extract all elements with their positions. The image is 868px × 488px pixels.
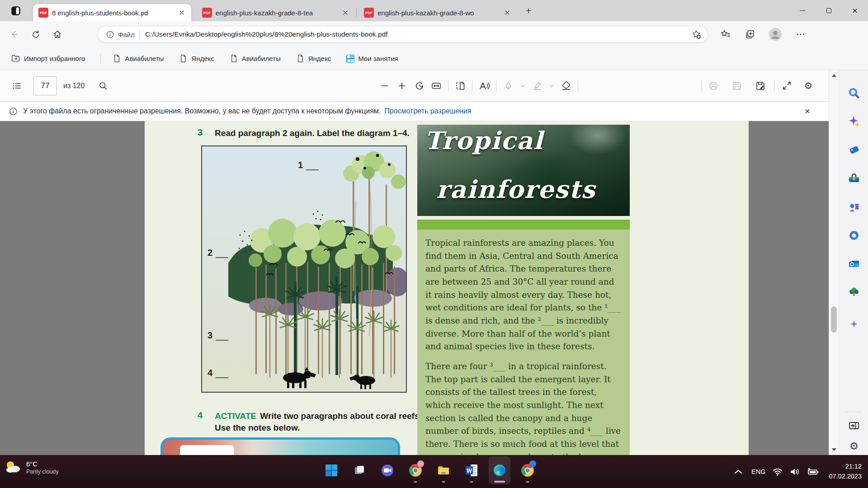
read-aloud-icon[interactable] [476, 77, 493, 94]
bookmark-aviabilety-2[interactable]: Авиабилеты [230, 54, 281, 63]
zoom-in-icon[interactable] [393, 77, 410, 94]
article-green-bar [417, 220, 630, 230]
url-bar[interactable]: Файл C:/Users/Evrika/Desktop/english%20p… [97, 26, 708, 43]
eraser-icon[interactable] [557, 77, 575, 94]
start-button[interactable] [321, 457, 342, 484]
search-document-icon[interactable] [94, 77, 112, 94]
refresh-icon[interactable] [28, 27, 43, 42]
task-view-button[interactable] [349, 457, 370, 484]
back-icon[interactable] [6, 27, 22, 42]
vertical-scrollbar[interactable] [829, 70, 839, 455]
sidebar-copilot-icon[interactable] [846, 114, 862, 129]
page-view-icon[interactable] [452, 77, 469, 94]
bookmark-aviabilety-1[interactable]: Авиабилеты [113, 54, 164, 63]
sidebar-games-icon[interactable] [846, 199, 862, 215]
new-tab-button[interactable]: + [522, 5, 535, 16]
zoom-out-icon[interactable] [376, 77, 393, 94]
sidebar-tree-icon[interactable] [846, 285, 862, 300]
warning-close-icon[interactable]: ✕ [802, 105, 813, 117]
battery-charging-icon[interactable] [807, 468, 819, 476]
save-as-icon[interactable] [752, 77, 769, 94]
info-icon[interactable] [106, 30, 114, 39]
rotate-icon[interactable] [410, 77, 428, 94]
label-blank-line[interactable] [216, 334, 228, 341]
chat-button[interactable] [377, 457, 398, 484]
tab-workbook[interactable]: PDF english-plus-kazakh-grade-8-wo [359, 4, 517, 21]
tab-teacher-book[interactable]: PDF english-plus-kazakh-grade-8-tea [197, 4, 355, 21]
url-text[interactable]: C:/Users/Evrika/Desktop/english%20plus/8… [145, 30, 691, 38]
fullscreen-icon[interactable] [778, 77, 795, 94]
file-scheme-label: Файл [118, 31, 135, 38]
label-blank-line[interactable] [216, 252, 228, 258]
bookmark-moi-zanyatiya[interactable]: Мои занятия [346, 55, 398, 63]
add-favorite-icon[interactable] [691, 29, 702, 40]
tab-title: 8 english-plus-students-book.pd [52, 9, 173, 17]
sidebar-add-icon[interactable]: + [846, 316, 862, 332]
diagram-label-1[interactable]: 1 [298, 160, 319, 170]
print-icon[interactable] [705, 77, 722, 94]
windows-taskbar: 6°C Partly cloudy [0, 455, 868, 488]
word-button[interactable]: W [461, 457, 482, 484]
hidden-icons-chevron[interactable] [734, 469, 742, 474]
volume-icon[interactable] [790, 468, 800, 476]
sidebar-panel-icon[interactable] [846, 418, 862, 433]
tab-close-icon[interactable] [177, 8, 187, 18]
browser-menu-icon[interactable] [793, 27, 808, 42]
tab-actions-icon[interactable] [9, 5, 23, 17]
profile-avatar[interactable] [768, 27, 783, 42]
bookmark-import-favorites[interactable]: Импорт избранного [11, 54, 85, 63]
label-blank-line[interactable] [216, 372, 228, 378]
sidebar-toolbox-icon[interactable] [846, 171, 862, 186]
tab-close-icon[interactable] [502, 8, 512, 18]
chrome-profile2-button[interactable] [517, 457, 538, 484]
rainforest-diagram: 1 2 3 4 [201, 145, 407, 393]
browser-tab-strip: PDF 8 english-plus-students-book.pd PDF … [0, 0, 868, 21]
sidebar-shopping-icon[interactable] [846, 142, 862, 158]
home-icon[interactable] [50, 27, 65, 42]
article-header-image: Tropical rainforests [417, 125, 630, 216]
sidebar-outlook-icon[interactable] [846, 256, 862, 272]
highlighter-options-chevron-icon[interactable] [546, 77, 557, 94]
scroll-down-icon[interactable] [831, 447, 837, 452]
label-blank-line[interactable] [306, 164, 319, 170]
save-icon[interactable] [728, 77, 745, 94]
highlighter-icon[interactable] [528, 77, 546, 94]
diagram-label-3[interactable]: 3 [208, 330, 228, 341]
wifi-icon[interactable] [773, 468, 783, 476]
pdf-settings-gear-icon[interactable]: ⚙ [800, 77, 817, 94]
window-maximize-button[interactable] [816, 0, 842, 21]
edge-button[interactable] [489, 457, 510, 484]
taskbar-weather-widget[interactable]: 6°C Partly cloudy [5, 460, 59, 475]
collections-icon[interactable] [742, 27, 758, 42]
pen-options-chevron-icon[interactable] [517, 77, 528, 94]
draw-pen-icon[interactable] [500, 77, 517, 94]
diagram-label-4[interactable]: 4 [208, 368, 228, 378]
chrome-profile1-button[interactable] [405, 457, 426, 484]
tab-close-icon[interactable] [340, 8, 350, 18]
tab-separator [356, 8, 357, 17]
bookmark-yandex-1[interactable]: Яндекс [179, 54, 214, 63]
favorites-icon[interactable] [718, 27, 733, 42]
scroll-up-icon[interactable] [831, 73, 837, 78]
taskbar-clock[interactable]: 21:12 07.02.2023 [829, 462, 862, 481]
permissions-warning-banner: У этого файла есть ограниченные разрешен… [0, 102, 829, 121]
tab-students-book[interactable]: PDF 8 english-plus-students-book.pd [33, 4, 191, 21]
fit-to-width-icon[interactable] [428, 77, 445, 94]
window-close-button[interactable]: ✕ [842, 0, 868, 21]
sidebar-search-icon[interactable] [846, 85, 862, 101]
table-of-contents-icon[interactable] [8, 77, 25, 94]
pdf-viewport[interactable]: 3 Read paragraph 2 again. Label the diag… [0, 121, 829, 455]
tab-title: english-plus-kazakh-grade-8-wo [377, 9, 499, 17]
article-text-panel: Tropical rainforests are amazing places.… [417, 230, 630, 455]
page-number-input[interactable]: 77 [33, 76, 57, 95]
window-minimize-button[interactable] [789, 0, 816, 21]
bookmark-yandex-2[interactable]: Яндекс [296, 54, 331, 63]
scrollbar-thumb[interactable] [831, 306, 837, 333]
language-indicator[interactable]: ENG [751, 468, 765, 475]
diagram-label-2[interactable]: 2 [208, 248, 228, 258]
sidebar-microsoft365-icon[interactable] [846, 228, 862, 243]
file-explorer-button[interactable] [433, 457, 454, 484]
pdf-page: 3 Read paragraph 2 again. Label the diag… [145, 121, 749, 455]
sidebar-settings-gear-icon[interactable]: ⚙ [846, 438, 862, 454]
view-permissions-link[interactable]: Просмотреть разрешения [384, 107, 471, 115]
